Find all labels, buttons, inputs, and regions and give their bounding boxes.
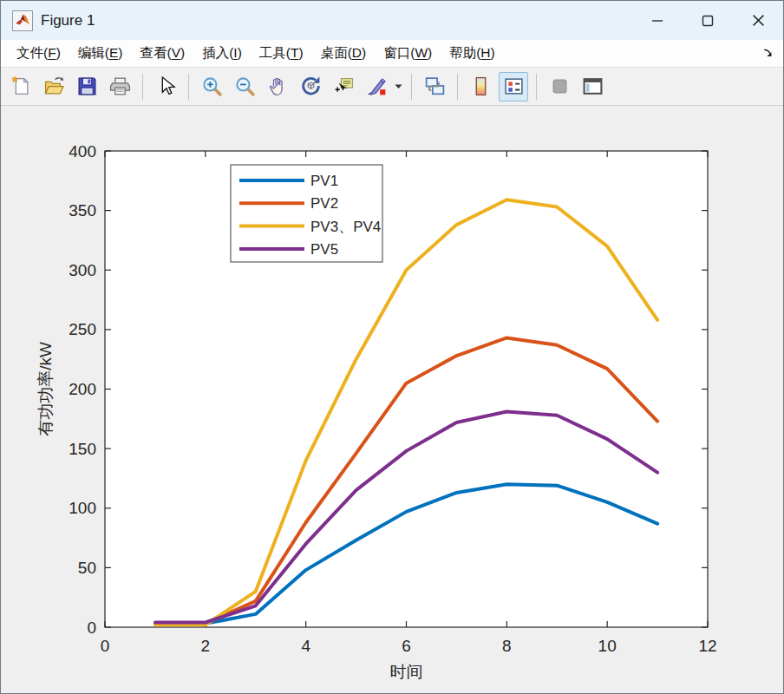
x-tick-label: 12	[698, 637, 716, 655]
print-figure-icon[interactable]	[105, 72, 134, 101]
toolbar-separator	[536, 74, 537, 100]
figure-window: Figure 1 文件(F) 编辑(E) 查看(V) 插入(I) 工具(T) 桌…	[0, 0, 784, 694]
y-axis-label: 有功功率/kW	[36, 342, 55, 436]
title-bar: Figure 1	[1, 1, 783, 40]
close-button[interactable]	[733, 1, 783, 40]
toolbar-separator	[457, 74, 458, 100]
y-tick-label: 300	[69, 261, 96, 279]
toolbar-separator	[142, 74, 143, 100]
dock-arrow-icon[interactable]	[761, 47, 774, 60]
toolbar-separator	[188, 74, 189, 100]
menu-edit[interactable]: 编辑(E)	[69, 41, 132, 66]
save-figure-icon[interactable]	[72, 72, 101, 101]
toolbar-separator	[411, 74, 412, 100]
y-tick-label: 250	[69, 320, 96, 338]
menu-desktop[interactable]: 桌面(D)	[312, 41, 376, 66]
link-plot-icon[interactable]	[420, 72, 449, 101]
data-cursor-icon[interactable]	[329, 72, 358, 101]
x-tick-label: 10	[598, 637, 617, 655]
legend-label-PV5: PV5	[310, 241, 338, 258]
x-tick-label: 8	[502, 637, 512, 655]
x-axis-label: 时间	[390, 663, 423, 681]
legend-label-PV1: PV1	[310, 173, 338, 189]
menu-view[interactable]: 查看(V)	[132, 41, 194, 66]
menu-bar: 文件(F) 编辑(E) 查看(V) 插入(I) 工具(T) 桌面(D) 窗口(W…	[1, 40, 783, 68]
figure-toolbar	[1, 68, 783, 106]
y-tick-label: 200	[69, 380, 96, 398]
edit-cursor-icon[interactable]	[151, 72, 180, 101]
y-tick-label: 400	[69, 142, 96, 160]
plot-area[interactable]	[105, 151, 708, 627]
axes-plot[interactable]: 024681012050100150200250300350400时间有功功率/…	[1, 106, 784, 694]
x-tick-label: 4	[301, 637, 310, 655]
minimize-button[interactable]	[632, 1, 683, 40]
menu-file[interactable]: 文件(F)	[8, 41, 69, 66]
y-tick-label: 0	[87, 619, 96, 637]
plot-tools-off-icon[interactable]	[545, 72, 574, 101]
zoom-out-icon[interactable]	[230, 72, 259, 101]
new-figure-icon[interactable]	[6, 72, 36, 101]
x-tick-label: 0	[101, 637, 110, 655]
open-file-icon[interactable]	[39, 72, 69, 101]
y-tick-label: 50	[78, 559, 96, 577]
window-controls	[632, 1, 783, 40]
x-tick-label: 2	[201, 637, 211, 655]
window-title: Figure 1	[41, 12, 95, 29]
pan-hand-icon[interactable]	[263, 72, 292, 101]
zoom-in-icon[interactable]	[197, 72, 226, 101]
menu-insert[interactable]: 插入(I)	[193, 41, 251, 66]
x-tick-label: 6	[402, 637, 411, 655]
maximize-button[interactable]	[683, 1, 733, 40]
rotate-3d-icon[interactable]	[296, 72, 325, 101]
insert-legend-icon[interactable]	[499, 72, 528, 101]
y-tick-label: 150	[69, 440, 96, 458]
legend-label-PV2: PV2	[310, 195, 338, 212]
dock-plot-tools-icon[interactable]	[578, 72, 607, 101]
menu-help[interactable]: 帮助(H)	[441, 41, 504, 66]
matlab-logo-icon	[12, 10, 33, 31]
insert-colorbar-icon[interactable]	[466, 72, 495, 101]
menu-tools[interactable]: 工具(T)	[251, 41, 312, 66]
brush-dropdown-caret-icon[interactable]	[393, 72, 403, 101]
brush-data-icon[interactable]	[362, 72, 391, 101]
y-tick-label: 100	[69, 499, 96, 517]
figure-canvas: 024681012050100150200250300350400时间有功功率/…	[1, 106, 783, 693]
y-tick-label: 350	[69, 201, 96, 219]
menu-window[interactable]: 窗口(W)	[375, 41, 441, 66]
legend-label-PV3、PV4: PV3、PV4	[310, 219, 381, 235]
